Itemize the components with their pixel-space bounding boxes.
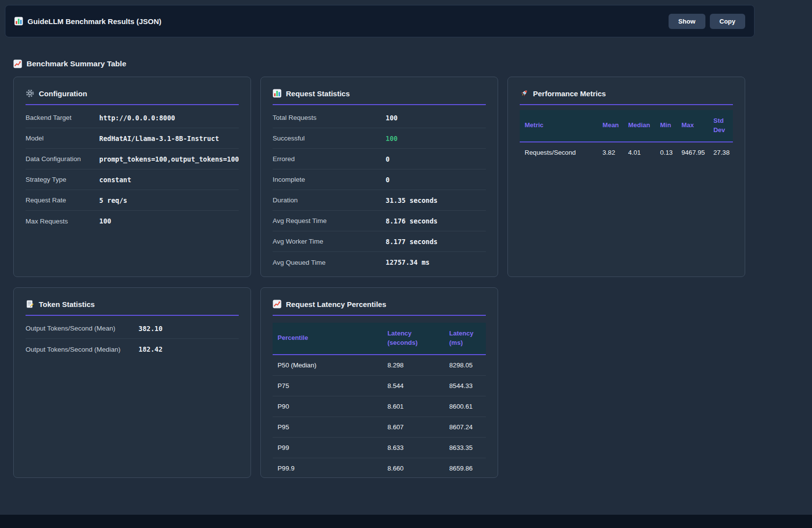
table-row: P99 8.633 8633.35 bbox=[273, 437, 486, 458]
cell-latency-ms: 8607.24 bbox=[446, 417, 486, 437]
performance-metrics-card-title: Performance Metrics bbox=[533, 89, 606, 98]
stat-value: 12757.34 ms bbox=[386, 258, 429, 266]
rocket-icon bbox=[520, 89, 529, 98]
stat-label: Duration bbox=[273, 196, 386, 204]
table-row: P99.9 8.660 8659.86 bbox=[273, 458, 486, 478]
cell-latency-ms: 8633.35 bbox=[446, 437, 486, 458]
config-row: Strategy Type constant bbox=[26, 169, 239, 190]
token-statistics-card-title: Token Statistics bbox=[39, 300, 95, 308]
cell-max: 9467.95 bbox=[677, 142, 709, 163]
token-value: 182.42 bbox=[139, 345, 163, 353]
stat-label: Avg Request Time bbox=[273, 217, 386, 224]
cell-metric: Requests/Second bbox=[520, 142, 599, 163]
config-label: Model bbox=[26, 135, 99, 142]
cards-grid: Configuration Backend Target http://0.0.… bbox=[13, 77, 745, 478]
config-value: prompt_tokens=100,output_tokens=100 bbox=[99, 155, 239, 163]
chart-increasing-icon bbox=[13, 59, 22, 68]
config-row: Request Rate 5 req/s bbox=[26, 190, 239, 211]
section-title: Benchmark Summary Table bbox=[13, 59, 812, 68]
request-statistics-card-header: Request Statistics bbox=[273, 85, 486, 105]
request-statistics-card-title: Request Statistics bbox=[286, 89, 350, 98]
cell-percentile: P95 bbox=[273, 417, 384, 437]
config-label: Strategy Type bbox=[26, 176, 99, 183]
performance-metrics-card: Performance Metrics Metric Mean Median M… bbox=[507, 77, 745, 277]
config-value: 100 bbox=[99, 217, 111, 225]
stat-row: Total Requests 100 bbox=[273, 108, 486, 128]
topbar-title: GuideLLM Benchmark Results (JSON) bbox=[14, 17, 162, 26]
topbar-actions: Show Copy bbox=[669, 14, 745, 29]
token-label: Output Tokens/Second (Median) bbox=[26, 346, 139, 353]
performance-metrics-card-header: Performance Metrics bbox=[520, 85, 733, 105]
cell-percentile: P75 bbox=[273, 375, 384, 396]
column-header-median: Median bbox=[624, 110, 656, 142]
cell-latency-seconds: 8.633 bbox=[384, 437, 446, 458]
cell-latency-seconds: 8.660 bbox=[384, 458, 446, 478]
table-row: P90 8.601 8600.61 bbox=[273, 396, 486, 417]
cell-mean: 3.82 bbox=[599, 142, 624, 163]
cell-std-dev: 27.38 bbox=[709, 142, 733, 163]
cell-latency-ms: 8600.61 bbox=[446, 396, 486, 417]
config-label: Backend Target bbox=[26, 114, 99, 121]
config-value: 5 req/s bbox=[99, 196, 127, 204]
cell-percentile: P99.9 bbox=[273, 458, 384, 478]
stat-row: Incomplete 0 bbox=[273, 169, 486, 190]
token-statistics-card: Token Statistics Output Tokens/Second (M… bbox=[13, 287, 251, 478]
cell-latency-ms: 8659.86 bbox=[446, 458, 486, 478]
config-value: constant bbox=[99, 176, 131, 184]
latency-percentiles-card-title: Request Latency Percentiles bbox=[286, 300, 386, 308]
table-row: Requests/Second 3.82 4.01 0.13 9467.95 2… bbox=[520, 142, 733, 163]
stat-value-success: 100 bbox=[386, 135, 397, 142]
column-header-max: Max bbox=[677, 110, 709, 142]
stat-label: Errored bbox=[273, 155, 386, 163]
bar-chart-icon bbox=[273, 89, 281, 98]
cell-min: 0.13 bbox=[656, 142, 677, 163]
table-row: P95 8.607 8607.24 bbox=[273, 417, 486, 437]
token-row: Output Tokens/Second (Mean) 382.10 bbox=[26, 318, 239, 339]
column-header-latency-ms: Latency (ms) bbox=[446, 323, 486, 355]
request-statistics-rows: Total Requests 100 Successful 100 Errore… bbox=[273, 108, 486, 273]
cell-percentile: P99 bbox=[273, 437, 384, 458]
token-label: Output Tokens/Second (Mean) bbox=[26, 325, 139, 332]
stat-row: Successful 100 bbox=[273, 128, 486, 149]
config-row: Data Configuration prompt_tokens=100,out… bbox=[26, 149, 239, 169]
cell-median: 4.01 bbox=[624, 142, 656, 163]
topbar-title-text: GuideLLM Benchmark Results (JSON) bbox=[28, 17, 162, 26]
column-header-std-dev: Std Dev bbox=[709, 110, 733, 142]
config-row: Model RedHatAI/Llama-3.1-8B-Instruct bbox=[26, 128, 239, 149]
copy-button[interactable]: Copy bbox=[710, 14, 746, 29]
column-header-percentile: Percentile bbox=[273, 323, 384, 355]
bar-chart-icon bbox=[14, 17, 23, 26]
column-header-latency-seconds: Latency (seconds) bbox=[384, 323, 446, 355]
cell-latency-seconds: 8.607 bbox=[384, 417, 446, 437]
config-row: Max Requests 100 bbox=[26, 211, 239, 231]
config-label: Max Requests bbox=[26, 218, 99, 225]
stat-row: Avg Worker Time 8.177 seconds bbox=[273, 231, 486, 252]
topbar: GuideLLM Benchmark Results (JSON) Show C… bbox=[5, 5, 755, 37]
token-statistics-rows: Output Tokens/Second (Mean) 382.10 Outpu… bbox=[26, 318, 239, 360]
stat-row: Errored 0 bbox=[273, 149, 486, 169]
config-value: http://0.0.0.0:8000 bbox=[99, 114, 175, 122]
stat-label: Avg Worker Time bbox=[273, 238, 386, 245]
table-row: P50 (Median) 8.298 8298.05 bbox=[273, 355, 486, 376]
section-title-text: Benchmark Summary Table bbox=[27, 59, 126, 68]
stat-value: 100 bbox=[386, 114, 397, 122]
column-header-min: Min bbox=[656, 110, 677, 142]
cell-latency-seconds: 8.298 bbox=[384, 355, 446, 376]
cell-percentile: P50 (Median) bbox=[273, 355, 384, 376]
latency-percentiles-card-header: Request Latency Percentiles bbox=[273, 296, 486, 316]
token-statistics-card-header: Token Statistics bbox=[26, 296, 239, 316]
stat-label: Incomplete bbox=[273, 176, 386, 183]
stat-row: Avg Queued Time 12757.34 ms bbox=[273, 252, 486, 273]
performance-metrics-table: Metric Mean Median Min Max Std Dev Reque… bbox=[520, 110, 733, 163]
cell-latency-ms: 8298.05 bbox=[446, 355, 486, 376]
token-row: Output Tokens/Second (Median) 182.42 bbox=[26, 339, 239, 360]
stat-value: 31.35 seconds bbox=[386, 196, 438, 204]
cell-latency-seconds: 8.544 bbox=[384, 375, 446, 396]
stat-value: 0 bbox=[386, 176, 390, 184]
gear-icon bbox=[26, 89, 34, 98]
cell-percentile: P90 bbox=[273, 396, 384, 417]
show-button[interactable]: Show bbox=[669, 14, 705, 29]
stat-value: 8.176 seconds bbox=[386, 217, 438, 225]
config-label: Data Configuration bbox=[26, 155, 99, 163]
page: GuideLLM Benchmark Results (JSON) Show C… bbox=[0, 0, 812, 515]
